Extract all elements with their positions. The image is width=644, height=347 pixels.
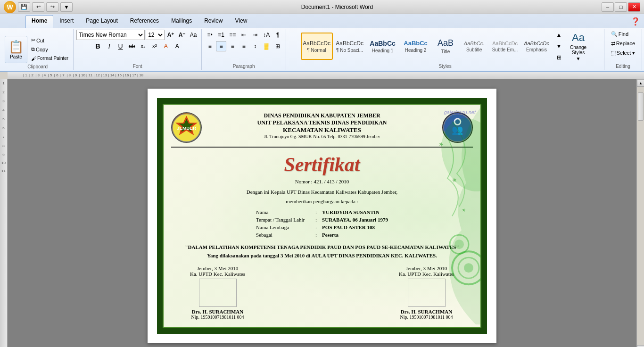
underline-button[interactable]: U [116, 41, 126, 51]
sig-right-title: Ka. UPTD Kec. Kaliwates [399, 271, 454, 277]
font-size-select[interactable]: 12 [146, 30, 165, 40]
style-title[interactable]: AaB Title [433, 33, 459, 60]
tab-references[interactable]: References [124, 15, 165, 28]
style-nospace[interactable]: AaBbCcDc ¶ No Spaci... [334, 33, 366, 60]
ruler-area: | 1 | 2 | 3 | 4 | 5 | 6 | 7 | 8 | 9 | 10… [0, 72, 644, 79]
borders-button[interactable]: ⊞ [272, 41, 283, 51]
change-styles-button[interactable]: Aa Change Styles ▼ [567, 33, 590, 60]
copy-button[interactable]: ⧉ Copy [29, 45, 70, 54]
ruler-corner [0, 72, 8, 79]
replace-icon: ⇄ [611, 41, 615, 47]
style-heading1[interactable]: AaBbCc Heading 1 [367, 33, 399, 60]
increase-indent-button[interactable]: ⇥ [250, 30, 260, 40]
document-scroll-area[interactable]: ★ ★ ★ galeriguru.net [8, 79, 636, 347]
cut-button[interactable]: ✂ Cut [29, 36, 70, 45]
find-button[interactable]: 🔍 Find [609, 30, 630, 38]
org-line2: UNIT PELAKSANA TEKNIS DINAS PENDIDIKAN [206, 119, 438, 126]
replace-button[interactable]: ⇄ Replace [609, 39, 637, 48]
format-painter-button[interactable]: 🖌 Format Painter [29, 54, 70, 63]
style-heading2[interactable]: AaBbCc Heading 2 [400, 33, 432, 60]
field-row-sebagai: Sebagai : Peserta [253, 231, 391, 239]
change-styles-icon: Aa [572, 32, 585, 44]
field-sebagai-label: Sebagai [253, 231, 314, 239]
title-bar: W 💾 ↩ ↪ ▼ Document1 - Microsoft Word – □… [0, 0, 644, 14]
highlight-button[interactable]: A [161, 41, 171, 51]
help-icon[interactable]: ❓ [627, 15, 644, 28]
select-button[interactable]: ⬚ Select ▾ [609, 49, 637, 57]
para-bottom-row: ≡ ≡ ≡ ≡ ↕ ▓ ⊞ [205, 41, 283, 51]
minimize-button[interactable]: – [602, 2, 614, 12]
shrink-font-button[interactable]: A⁻ [177, 30, 187, 40]
scroll-thumb[interactable] [638, 92, 644, 121]
close-button[interactable]: ✕ [628, 2, 640, 12]
font-family-select[interactable]: Times New Roman [76, 30, 145, 40]
cert-divider [171, 147, 473, 148]
quick-undo[interactable]: ↩ [32, 2, 44, 12]
tab-page-layout[interactable]: Page Layout [80, 15, 124, 28]
sig-right: Jember, 3 Mei 2010 Ka. UPTD Kec. Kaliwat… [399, 265, 454, 320]
line-spacing-button[interactable]: ↕ [250, 41, 260, 51]
field-row-nama: Nama : YURIDYDIA SUSANTIN [253, 208, 391, 216]
style-subtitle[interactable]: AaBbCc. Subtitle [460, 33, 489, 60]
tab-review[interactable]: Review [198, 15, 229, 28]
tab-mailings[interactable]: Mailings [165, 15, 198, 28]
clear-format-button[interactable]: Aa [188, 30, 198, 40]
shading-button[interactable]: ▓ [261, 41, 272, 51]
quick-menu[interactable]: ▼ [60, 2, 73, 12]
window-title: Document1 - Microsoft Word [73, 4, 602, 10]
subscript-button[interactable]: x₂ [138, 41, 149, 51]
style-normal[interactable]: AaBbCcDc ¶ Normal [301, 33, 333, 60]
tab-insert[interactable]: Insert [53, 15, 80, 28]
style-heading1-label: Heading 1 [372, 48, 394, 53]
style-nospace-label: ¶ No Spaci... [336, 48, 363, 53]
style-emphasis[interactable]: AaBbCcDc Emphasis [521, 33, 552, 60]
editing-group-label: Editing [616, 63, 630, 69]
org-address: Jl. Trunojoyo Gg. SMUK No. 65 Telp. 0331… [206, 134, 438, 139]
clipboard-group: 📋 Paste ✂ Cut ⧉ Copy 🖌 Format Painter [2, 29, 74, 70]
paste-button[interactable]: 📋 Paste [5, 36, 27, 63]
field-lembaga-value: POS PAUD ASTER 108 [319, 223, 391, 231]
tab-view[interactable]: View [229, 15, 254, 28]
show-marks-button[interactable]: ¶ [272, 30, 283, 40]
decrease-indent-button[interactable]: ⇤ [239, 30, 249, 40]
justify-button[interactable]: ≡ [239, 41, 249, 51]
style-normal-label: ¶ Normal [307, 48, 326, 53]
style-subtle-em[interactable]: AaBbCcDc Subtle Em... [490, 33, 520, 60]
numbering-button[interactable]: ≡1 [216, 30, 226, 40]
strikethrough-button[interactable]: ab [127, 41, 137, 51]
styles-scroll-up[interactable]: ▲ [554, 30, 564, 40]
styles-scroll-down[interactable]: ▼ [554, 41, 564, 51]
sig-left-name: Drs. H. SURACHMAN [190, 309, 245, 314]
scroll-up-button[interactable]: ▲ [637, 79, 644, 87]
para-top-row: ≡• ≡1 ≡≡ ⇤ ⇥ ↕A ¶ [205, 30, 283, 40]
align-right-button[interactable]: ≡ [227, 41, 238, 51]
align-left-button[interactable]: ≡ [205, 41, 215, 51]
style-subtitle-label: Subtitle [466, 47, 482, 52]
scroll-track[interactable] [637, 87, 644, 345]
italic-button[interactable]: I [104, 41, 115, 51]
editing-group: 🔍 Find ⇄ Replace ⬚ Select ▾ Editing [604, 29, 642, 70]
office-button[interactable]: W [4, 1, 16, 13]
multilevel-button[interactable]: ≡≡ [227, 30, 238, 40]
left-logo: JEMBER [171, 112, 202, 143]
certificate-statement: "DALAM PELATIHAN KOMPETENSI TENAGA PENDI… [181, 243, 463, 260]
quick-save[interactable]: 💾 [18, 2, 30, 12]
scroll-down-button[interactable]: ▼ [637, 345, 644, 347]
sig-right-name: Drs. H. SURACHMAN [399, 309, 454, 314]
certificate-signatures: Jember, 3 Mei 2010 Ka. UPTD Kec. Kaliwat… [171, 265, 473, 320]
vertical-scrollbar[interactable]: ▲ ▼ [636, 79, 644, 347]
quick-redo[interactable]: ↪ [46, 2, 58, 12]
font-color-button[interactable]: A [172, 41, 182, 51]
superscript-button[interactable]: x² [149, 41, 160, 51]
font-group: Times New Roman 12 A⁺ A⁻ Aa B I U ab x₂ … [74, 29, 202, 70]
styles-more[interactable]: ⊞ [554, 52, 564, 63]
field-nama-label: Nama [253, 208, 314, 216]
grow-font-button[interactable]: A⁺ [165, 30, 176, 40]
bold-button[interactable]: B [93, 41, 103, 51]
sort-button[interactable]: ↕A [261, 30, 272, 40]
maximize-button[interactable]: □ [615, 2, 627, 12]
align-center-button[interactable]: ≡ [216, 41, 226, 51]
bullets-button[interactable]: ≡• [205, 30, 215, 40]
field-row-lembaga: Nama Lembaga : POS PAUD ASTER 108 [253, 223, 391, 231]
tab-home[interactable]: Home [25, 15, 53, 28]
